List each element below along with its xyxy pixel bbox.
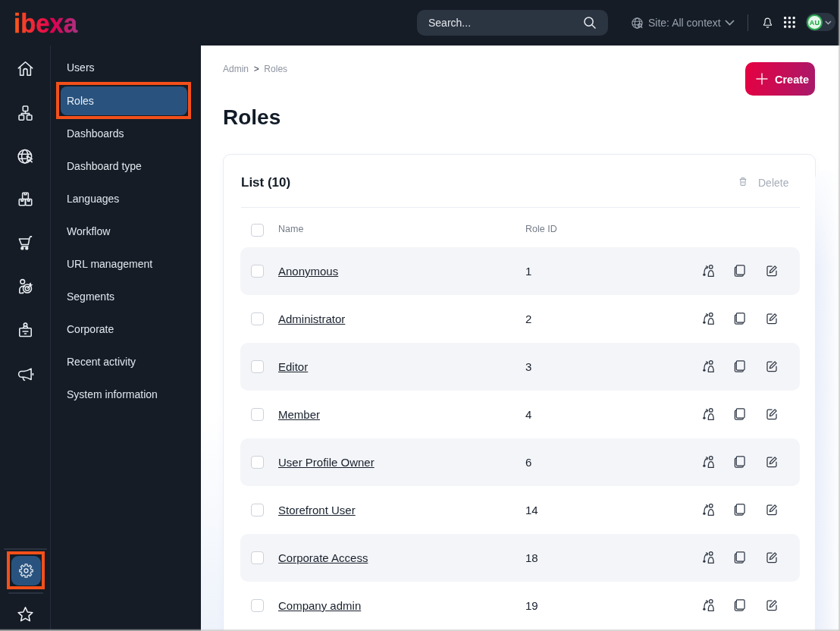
svg-text:ibexa: ibexa <box>14 8 78 38</box>
